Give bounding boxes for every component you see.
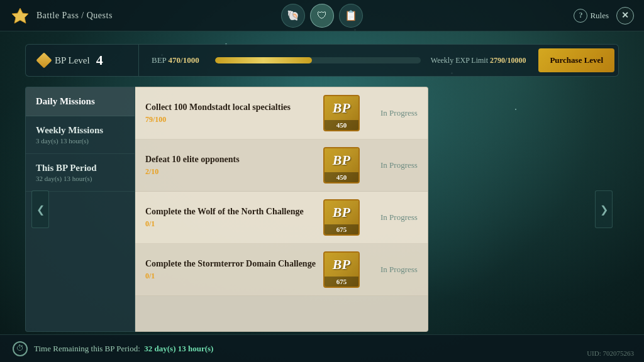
sidebar-daily-label: Daily Missions xyxy=(36,96,125,107)
bp-level-number: 4 xyxy=(96,52,103,69)
bottom-bar: ⏱ Time Remaining this BP Period: 32 day(… xyxy=(0,334,644,362)
mission-progress: 2/10 xyxy=(145,167,316,177)
nav-left-arrow[interactable]: ❮ xyxy=(31,190,49,228)
sidebar-weekly-subtitle: 3 day(s) 13 hour(s) xyxy=(36,137,125,145)
uid-value: 702075263 xyxy=(603,349,635,357)
mission-status: In Progress xyxy=(367,160,418,170)
mission-info: Defeat 10 elite opponents 2/10 xyxy=(145,155,316,177)
mission-reward-icon: BP 675 xyxy=(323,199,360,236)
diamond-icon xyxy=(36,52,52,68)
sidebar-item-weekly[interactable]: Weekly Missions 3 day(s) 13 hour(s) xyxy=(26,116,135,154)
mission-row: Complete the Stormterror Domain Challeng… xyxy=(135,244,428,296)
right-chevron-icon: ❯ xyxy=(600,204,608,216)
mission-status: In Progress xyxy=(367,265,418,275)
mission-status: In Progress xyxy=(367,212,418,222)
reward-inner: BP 675 xyxy=(325,200,358,234)
reward-amount: 450 xyxy=(325,172,358,182)
reward-inner: BP 450 xyxy=(325,96,358,130)
mission-info: Complete the Stormterror Domain Challeng… xyxy=(145,259,316,281)
mission-reward-icon: BP 675 xyxy=(323,251,360,288)
bp-exp-icon: BP xyxy=(333,152,350,168)
reward-amount: 675 xyxy=(325,277,358,287)
help-button[interactable]: ? Rules xyxy=(574,9,609,23)
left-chevron-icon: ❮ xyxy=(36,204,45,216)
reward-amount: 450 xyxy=(325,120,358,130)
weekly-limit: Weekly EXP Limit 2790/10000 xyxy=(431,56,526,65)
timer-label: Time Remaining this BP Period: xyxy=(34,344,140,353)
bp-exp-icon: BP xyxy=(333,100,350,116)
mission-reward-icon: BP 450 xyxy=(323,147,360,184)
sidebar-weekly-label: Weekly Missions xyxy=(36,125,125,136)
content-wrapper: ❮ Daily Missions Weekly Missions 3 day(s… xyxy=(25,87,619,332)
timer-value: 32 day(s) 13 hour(s) xyxy=(144,344,213,353)
svg-marker-0 xyxy=(12,8,28,23)
reward-icon-area: BP xyxy=(325,253,358,277)
timer-icon: ⏱ xyxy=(13,341,28,356)
reward-icon-area: BP xyxy=(325,96,358,120)
rules-label: Rules xyxy=(590,11,609,21)
bep-label: BEP 470/1000 xyxy=(152,55,205,65)
mission-row: Collect 100 Mondstadt local specialties … xyxy=(135,87,428,140)
shell-tab-btn[interactable]: 🐚 xyxy=(281,4,305,28)
purchase-level-button[interactable]: Purchase Level xyxy=(538,48,614,72)
mission-title: Complete the Wolf of the North Challenge xyxy=(145,207,316,217)
shield-tab-btn[interactable]: 🛡 xyxy=(310,4,334,28)
reward-amount: 675 xyxy=(325,224,358,234)
mission-progress: 0/1 xyxy=(145,219,316,229)
mission-row: Complete the Wolf of the North Challenge… xyxy=(135,192,428,244)
mission-progress: 79/100 xyxy=(145,115,316,124)
nav-right-arrow[interactable]: ❯ xyxy=(595,190,613,228)
mission-row: Defeat 10 elite opponents 2/10 BP 450 In… xyxy=(135,140,428,192)
mission-info: Collect 100 Mondstadt local specialties … xyxy=(145,102,316,124)
scroll-tab-btn[interactable]: 📋 xyxy=(339,4,363,28)
logo-icon xyxy=(10,6,30,26)
sidebar-item-daily[interactable]: Daily Missions xyxy=(26,87,135,116)
weekly-value: 2790/10000 xyxy=(490,56,526,65)
reward-inner: BP 450 xyxy=(325,148,358,182)
progress-bar-container xyxy=(215,57,421,63)
bp-exp-icon: BP xyxy=(333,204,350,221)
breadcrumb: Battle Pass / Quests xyxy=(36,11,113,21)
reward-icon-area: BP xyxy=(325,148,358,172)
mission-reward-icon: BP 450 xyxy=(323,95,360,131)
mission-title: Collect 100 Mondstadt local specialties xyxy=(145,102,316,112)
main-content: BP Level 4 BEP 470/1000 Weekly EXP Limit… xyxy=(0,31,644,344)
bp-progress-section: BEP 470/1000 Weekly EXP Limit 2790/10000 xyxy=(139,55,538,65)
bp-level-bar: BP Level 4 BEP 470/1000 Weekly EXP Limit… xyxy=(25,44,619,77)
top-center-icons: 🐚 🛡 📋 xyxy=(281,4,363,28)
top-right: ? Rules ✕ xyxy=(574,7,634,25)
content-area: Daily Missions Weekly Missions 3 day(s) … xyxy=(25,87,428,332)
reward-inner: BP 675 xyxy=(325,253,358,287)
mission-progress: 0/1 xyxy=(145,272,316,281)
timer-text: Time Remaining this BP Period: 32 day(s)… xyxy=(34,344,213,354)
progress-bar-fill xyxy=(215,57,312,63)
mission-list: Collect 100 Mondstadt local specialties … xyxy=(135,87,428,332)
sidebar-bp-label: This BP Period xyxy=(36,163,125,173)
bp-level-label: BP Level xyxy=(55,55,90,66)
help-icon: ? xyxy=(574,9,587,23)
uid-text: UID: 702075263 xyxy=(587,349,634,357)
mission-info: Complete the Wolf of the North Challenge… xyxy=(145,207,316,229)
bep-value: 470/1000 xyxy=(169,55,199,65)
reward-icon-area: BP xyxy=(325,200,358,224)
top-bar: Battle Pass / Quests 🐚 🛡 📋 ? Rules ✕ xyxy=(0,0,644,31)
sidebar-item-bp-period[interactable]: This BP Period 32 day(s) 13 hour(s) xyxy=(26,154,135,192)
bp-exp-icon: BP xyxy=(333,256,350,273)
mission-title: Complete the Stormterror Domain Challeng… xyxy=(145,259,316,269)
mission-status: In Progress xyxy=(367,108,418,118)
bp-level-section: BP Level 4 xyxy=(26,45,139,76)
mission-title: Defeat 10 elite opponents xyxy=(145,155,316,165)
sidebar-bp-subtitle: 32 day(s) 13 hour(s) xyxy=(36,175,125,182)
close-button[interactable]: ✕ xyxy=(616,7,634,25)
